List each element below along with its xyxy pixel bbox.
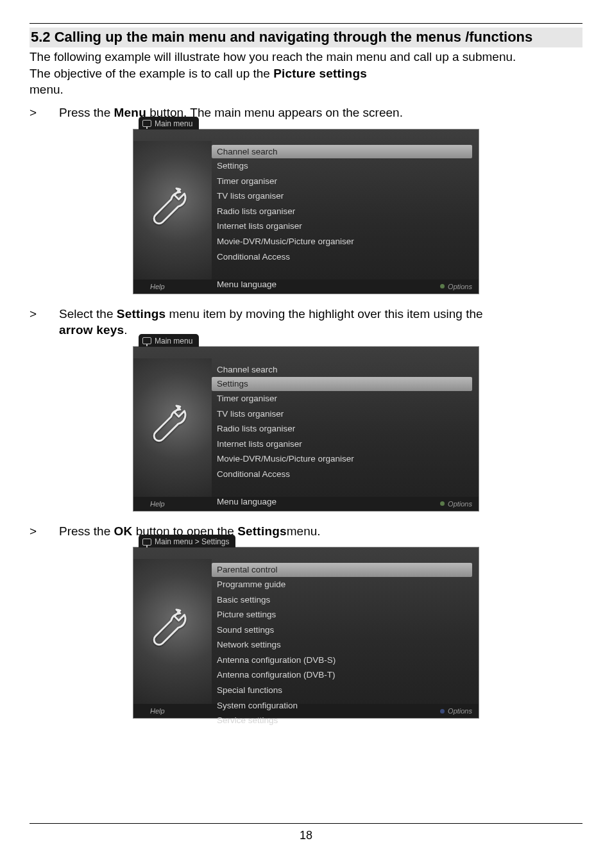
screenshot-main-menu-1: Main menu Channel search Settings Timer … [133, 129, 479, 294]
menu-icon-col [133, 141, 212, 280]
menu-icon-col [133, 559, 212, 704]
screenshot-main-menu-2: Main menu Channel search Settings Timer … [133, 346, 479, 512]
breadcrumb: Main menu [139, 334, 199, 347]
breadcrumb: Main menu > Settings [139, 535, 235, 547]
menu-item[interactable]: TV lists organiser [212, 406, 479, 422]
menu-item[interactable]: System configuration [212, 698, 479, 714]
menu-item[interactable]: Antenna configuration (DVB-T) [212, 667, 479, 683]
menu-icon-col [133, 358, 212, 497]
menu-item[interactable]: Settings [212, 377, 472, 391]
menu-item[interactable]: Timer organiser [212, 391, 479, 406]
step3-bold: OK [114, 524, 133, 538]
menu-item[interactable]: Parental control [212, 563, 472, 577]
step3-pre: Press the [59, 524, 114, 538]
intro-line-2-pre: The objective of the example is to call … [30, 67, 273, 80]
step-marker: > [30, 306, 37, 338]
menu-item[interactable]: Channel search [212, 145, 472, 159]
menu-item[interactable]: Radio lists organiser [212, 421, 479, 437]
step3-bold2: Settings [237, 524, 287, 538]
step-3: > Press the OK button to open the Settin… [30, 523, 582, 540]
help-label[interactable]: Help [150, 500, 165, 508]
menu-item[interactable]: Conditional Access [212, 467, 479, 482]
step1-pre: Press the [59, 106, 114, 119]
step-1: > Press the Menu button. The main menu a… [30, 104, 582, 121]
menu-item[interactable]: Internet lists organiser [212, 437, 479, 452]
step-marker: > [30, 104, 37, 121]
help-label[interactable]: Help [150, 707, 165, 715]
intro-line-2: The objective of the example is to call … [30, 65, 582, 82]
menu-item[interactable]: Internet lists organiser [212, 219, 479, 234]
tv-icon [142, 337, 151, 344]
menu-item[interactable]: Special functions [212, 683, 479, 698]
step2-bold: Settings [117, 307, 166, 321]
menu-item[interactable]: Programme guide [212, 577, 479, 592]
menu-item[interactable]: Service settings [212, 713, 479, 728]
wrench-icon [149, 187, 196, 234]
menu-item[interactable]: Sound settings [212, 622, 479, 638]
menu-item[interactable]: Conditional Access [212, 249, 479, 265]
menu-item-language[interactable]: Menu language [212, 494, 479, 510]
menu-item[interactable]: Timer organiser [212, 174, 479, 189]
intro-line-2-bold: Picture settings [273, 67, 367, 80]
menu-item[interactable]: Settings [212, 158, 479, 174]
intro-line-1: The following example will illustrate ho… [30, 49, 582, 65]
breadcrumb: Main menu [139, 117, 199, 129]
step-2: > Select the Settings menu item by movin… [30, 306, 582, 338]
wrench-icon [149, 404, 196, 451]
help-label[interactable]: Help [150, 283, 165, 290]
intro-line-3: menu. [30, 81, 582, 98]
menu-item[interactable]: Movie-DVR/Music/Picture organiser [212, 234, 479, 249]
step2-pre: Select the [59, 307, 117, 321]
crumb-text: Main menu > Settings [155, 537, 229, 546]
step3-post: menu. [287, 524, 321, 538]
tv-icon [142, 120, 151, 127]
step-marker: > [30, 523, 37, 540]
menu-item-language[interactable]: Menu language [212, 277, 479, 292]
screenshot-settings-menu: Main menu > Settings Parental control Pr… [133, 547, 479, 719]
section-heading: 5.2 Calling up the main menu and navigat… [30, 28, 582, 47]
menu-item[interactable]: Picture settings [212, 607, 479, 622]
step2-mid: menu item by moving the highlight over t… [166, 307, 482, 321]
step2-bold2: arrow keys [59, 323, 124, 337]
menu-list: Channel search Settings Timer organiser … [212, 358, 479, 497]
menu-item[interactable]: Basic settings [212, 592, 479, 608]
step2-post: . [124, 323, 127, 337]
crumb-text: Main menu [155, 337, 192, 346]
tv-icon [142, 538, 151, 546]
menu-item[interactable]: Movie-DVR/Music/Picture organiser [212, 451, 479, 467]
crumb-text: Main menu [155, 119, 192, 128]
menu-item[interactable]: Radio lists organiser [212, 204, 479, 219]
menu-list: Channel search Settings Timer organiser … [212, 141, 479, 280]
menu-item[interactable]: Network settings [212, 637, 479, 653]
menu-item[interactable]: Antenna configuration (DVB-S) [212, 653, 479, 668]
menu-item[interactable]: TV lists organiser [212, 188, 479, 204]
page-number: 18 [0, 823, 612, 842]
menu-item[interactable]: Channel search [212, 362, 479, 378]
wrench-icon [149, 608, 196, 655]
menu-list: Parental control Programme guide Basic s… [212, 559, 479, 704]
